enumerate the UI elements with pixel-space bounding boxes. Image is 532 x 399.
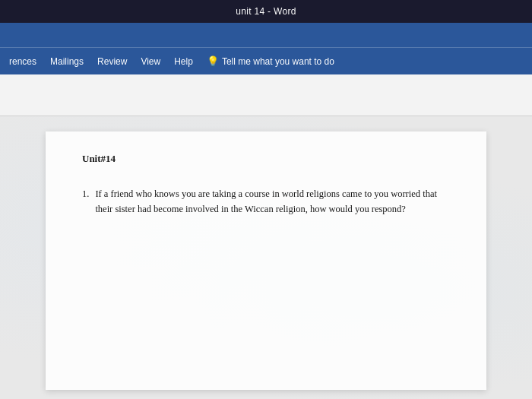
window-title: unit 14 - Word: [236, 6, 296, 17]
menu-item-view[interactable]: View: [135, 53, 166, 70]
menu-item-review[interactable]: Review: [91, 53, 133, 70]
title-bar: [0, 23, 532, 47]
lightbulb-icon: 💡: [207, 55, 219, 67]
document-page: Unit#14 1. If a friend who knows you are…: [46, 131, 486, 390]
question-text: If a friend who knows you are taking a c…: [95, 186, 450, 217]
top-bar: unit 14 - Word: [0, 0, 532, 23]
document-area: Unit#14 1. If a friend who knows you are…: [0, 116, 532, 399]
question-number: 1.: [82, 186, 89, 217]
question-1: 1. If a friend who knows you are taking …: [82, 186, 450, 217]
menu-item-references[interactable]: rences: [3, 53, 43, 70]
search-box[interactable]: 💡 Tell me what you want to do: [207, 55, 334, 67]
menu-item-help[interactable]: Help: [168, 53, 199, 70]
document-heading: Unit#14: [82, 153, 450, 165]
menu-bar: rences Mailings Review View Help 💡 Tell …: [0, 47, 532, 74]
search-label: Tell me what you want to do: [222, 56, 334, 67]
toolbar-area: [0, 74, 532, 116]
menu-item-mailings[interactable]: Mailings: [44, 53, 90, 70]
